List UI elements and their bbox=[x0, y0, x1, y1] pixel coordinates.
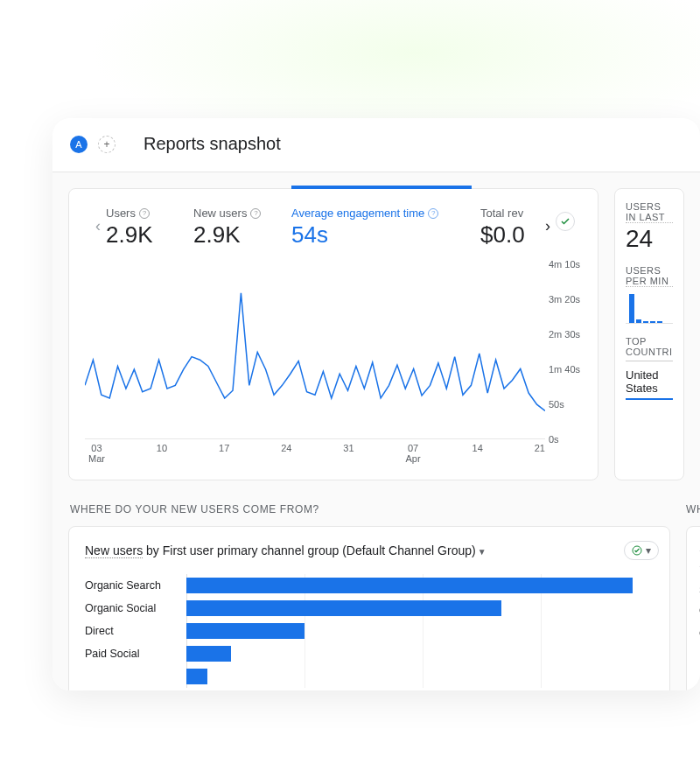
y-tick: 0s bbox=[549, 434, 559, 445]
realtime-users-value: 24 bbox=[626, 225, 673, 253]
bar-fill bbox=[186, 578, 633, 593]
channel-bar-chart: Organic SearchOrganic SocialDirectPaid S… bbox=[85, 574, 659, 688]
check-icon bbox=[560, 216, 570, 227]
data-quality-badge[interactable] bbox=[556, 212, 575, 231]
x-tick: 21 bbox=[535, 443, 545, 464]
metric-avg-engagement[interactable]: Average engagement time ? 54s bbox=[291, 203, 480, 249]
bar-label: Organic Search bbox=[85, 579, 179, 592]
mini-bar bbox=[643, 321, 648, 323]
x-tick: 31 bbox=[343, 443, 354, 464]
realtime-card: USERS IN LAST 24 USERS PER MIN TOP COUNT… bbox=[614, 188, 684, 480]
metric-new-users[interactable]: New users ? 2.9K bbox=[193, 203, 291, 249]
right-section-heading: WHAT bbox=[686, 503, 700, 515]
metric-label: New users bbox=[193, 207, 247, 220]
x-tick: 17 bbox=[219, 443, 229, 464]
page-header: A + Reports snapshot bbox=[52, 118, 700, 172]
top-country-link[interactable]: United States bbox=[626, 368, 673, 400]
metric-value: $0.0 bbox=[480, 221, 542, 249]
bar-row[interactable]: Organic Search bbox=[85, 574, 659, 597]
y-axis: 4m 10s3m 20s2m 30s1m 40s50s0s bbox=[545, 264, 587, 439]
metric-label: Users bbox=[106, 207, 136, 220]
help-icon[interactable]: ? bbox=[250, 208, 261, 219]
x-axis: 03Mar10 17 24 31 07Apr14 21 bbox=[85, 443, 587, 464]
chevron-down-icon: ▾ bbox=[646, 544, 651, 557]
bar-fill bbox=[186, 623, 304, 639]
new-users-channel-card: New users by First user primary channel … bbox=[68, 526, 670, 690]
y-tick: 2m 30s bbox=[549, 329, 580, 340]
bar-chart-title[interactable]: New users by First user primary channel … bbox=[85, 543, 486, 557]
analytics-dashboard: A + Reports snapshot ‹ Users ? 2.9K bbox=[52, 118, 700, 690]
metric-users[interactable]: Users ? 2.9K bbox=[106, 203, 193, 249]
bar-row[interactable] bbox=[85, 665, 659, 688]
plus-icon: + bbox=[103, 138, 109, 151]
top-countries-label: TOP COUNTRI bbox=[626, 336, 673, 361]
realtime-users-label: USERS IN LAST bbox=[626, 201, 673, 223]
data-quality-dropdown[interactable]: ▾ bbox=[624, 541, 659, 560]
y-tick: 50s bbox=[549, 399, 564, 410]
users-per-minute-chart bbox=[626, 289, 673, 324]
chevron-down-icon: ▼ bbox=[478, 547, 486, 557]
metric-value: 54s bbox=[291, 221, 480, 249]
metric-value: 2.9K bbox=[106, 221, 193, 249]
bar-label: Direct bbox=[85, 625, 179, 637]
bar-row[interactable]: Paid Social bbox=[85, 642, 659, 665]
bar-label: Paid Social bbox=[85, 648, 179, 660]
page-title: Reports snapshot bbox=[144, 134, 281, 154]
metric-value: 2.9K bbox=[193, 221, 291, 249]
y-tick: 4m 10s bbox=[549, 259, 580, 270]
metric-label: Average engagement time bbox=[291, 207, 424, 220]
mini-bar bbox=[636, 319, 641, 323]
x-tick: 03Mar bbox=[88, 443, 105, 464]
x-tick: 10 bbox=[157, 443, 167, 464]
metric-revenue[interactable]: Total rev $0.0 bbox=[480, 203, 542, 249]
bar-row[interactable]: Organic Social bbox=[85, 597, 659, 620]
overview-card: ‹ Users ? 2.9K New users ? 2.9K bbox=[68, 188, 598, 480]
sessions-card: S S SIOODiS bbox=[686, 526, 700, 690]
metrics-scorecards: ‹ Users ? 2.9K New users ? 2.9K bbox=[85, 203, 587, 249]
account-badge[interactable]: A bbox=[70, 136, 88, 153]
x-tick: 24 bbox=[281, 443, 291, 464]
add-comparison-button[interactable]: + bbox=[98, 136, 116, 153]
bar-fill bbox=[186, 669, 207, 684]
mini-bar bbox=[650, 321, 655, 323]
help-icon[interactable]: ? bbox=[139, 208, 150, 219]
x-tick: 07Apr bbox=[405, 443, 420, 464]
metric-label: Total rev bbox=[480, 207, 523, 220]
y-tick: 3m 20s bbox=[549, 294, 580, 305]
bar-row[interactable]: Direct bbox=[85, 620, 659, 642]
bar-fill bbox=[186, 646, 231, 662]
y-tick: 1m 40s bbox=[549, 364, 580, 375]
engagement-line-chart: 4m 10s3m 20s2m 30s1m 40s50s0s bbox=[85, 264, 587, 439]
metrics-next-button[interactable]: › bbox=[542, 203, 550, 235]
users-per-minute-label: USERS PER MIN bbox=[626, 265, 673, 287]
mini-bar bbox=[629, 294, 634, 323]
help-icon[interactable]: ? bbox=[428, 208, 438, 219]
bar-fill bbox=[186, 600, 501, 616]
metrics-prev-button[interactable]: ‹ bbox=[95, 203, 106, 235]
check-icon bbox=[632, 545, 642, 556]
x-tick: 14 bbox=[472, 443, 483, 464]
new-users-section-heading: WHERE DO YOUR NEW USERS COME FROM? bbox=[70, 503, 670, 515]
bar-label: Organic Social bbox=[85, 602, 179, 614]
line-chart-svg bbox=[85, 264, 545, 424]
mini-bar bbox=[657, 321, 662, 323]
